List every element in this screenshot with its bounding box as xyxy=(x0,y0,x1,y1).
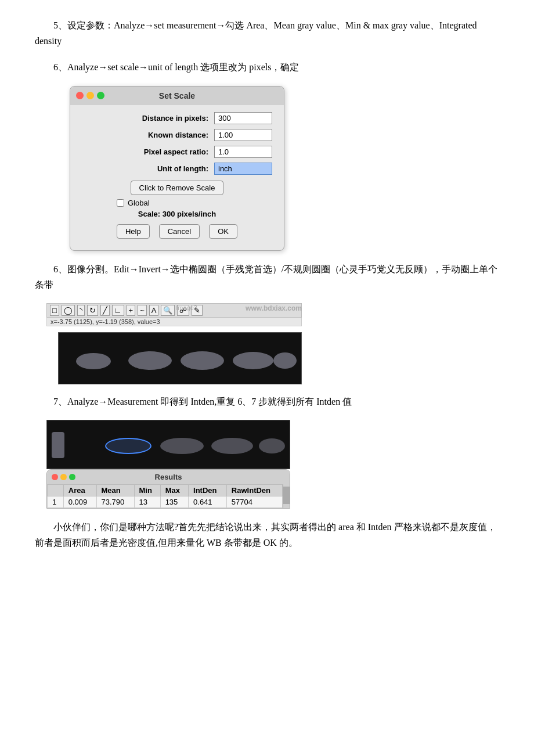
ok-button[interactable]: OK xyxy=(209,224,237,239)
results-close-icon[interactable] xyxy=(52,474,58,480)
distance-label: Distance in pixels: xyxy=(82,114,214,123)
table-cell: 57704 xyxy=(226,496,282,508)
line-tool-icon[interactable]: ╱ xyxy=(100,305,110,316)
results-panel: Results Area Mean Min Max IntDen RawIntD… xyxy=(46,469,290,509)
freehand-tool-icon[interactable]: ↻ xyxy=(87,305,98,316)
gel-band-1 xyxy=(76,353,111,369)
aspect-input[interactable] xyxy=(214,146,272,158)
global-checkbox[interactable] xyxy=(117,199,124,207)
known-distance-row: Known distance: xyxy=(82,129,272,141)
dialog-bottom-buttons: Help Cancel OK xyxy=(82,224,272,239)
col-num xyxy=(48,485,64,496)
unit-label: Unit of length: xyxy=(82,164,214,173)
dialog-window-controls xyxy=(76,92,104,99)
table-cell: 73.790 xyxy=(96,496,134,508)
close-icon[interactable] xyxy=(76,92,84,99)
global-row: Global xyxy=(117,199,272,207)
col-area: Area xyxy=(63,485,96,496)
set-scale-dialog: Set Scale Distance in pixels: Known dist… xyxy=(70,86,284,251)
table-cell: 1 xyxy=(48,496,64,508)
known-distance-input[interactable] xyxy=(214,129,272,141)
help-button[interactable]: Help xyxy=(117,224,150,239)
results-minimize-icon[interactable] xyxy=(60,474,67,480)
distance-row: Distance in pixels: xyxy=(82,112,272,124)
unit-row: Unit of length: xyxy=(82,163,272,175)
maximize-icon[interactable] xyxy=(97,92,104,99)
ellipse-tool-icon[interactable]: ◯ xyxy=(62,305,75,316)
col-intden: IntDen xyxy=(189,485,227,496)
angle-tool-icon[interactable]: ∟ xyxy=(112,305,124,316)
aspect-row: Pixel aspect ratio: xyxy=(82,146,272,158)
extra-tool-icon[interactable]: ✎ xyxy=(192,305,203,316)
point-tool-icon[interactable]: + xyxy=(127,305,136,316)
remove-scale-button[interactable]: Click to Remove Scale xyxy=(131,181,224,195)
table-cell: 13 xyxy=(134,496,160,508)
minimize-icon[interactable] xyxy=(86,92,94,99)
dialog-titlebar: Set Scale xyxy=(70,87,284,105)
step6a-text: 6、Analyze→set scale→unit of length 选项里改为… xyxy=(35,59,499,75)
col-mean: Mean xyxy=(96,485,134,496)
table-row: 10.00973.790131350.64157704 xyxy=(48,496,283,508)
dialog-body: Distance in pixels: Known distance: Pixe… xyxy=(70,105,284,243)
step5-text: 5、设定参数：Analyze→set measurement→勾选 Area、M… xyxy=(35,17,499,49)
results-maximize-icon[interactable] xyxy=(69,474,75,480)
dialog-title: Set Scale xyxy=(159,91,195,100)
gel-side-band xyxy=(52,432,64,458)
known-label: Known distance: xyxy=(82,131,214,139)
text-tool-icon[interactable]: A xyxy=(149,305,159,316)
dialog-container: Set Scale Distance in pixels: Known dist… xyxy=(70,86,499,251)
col-max: Max xyxy=(160,485,188,496)
magnify-tool-icon[interactable]: ☍ xyxy=(177,305,189,316)
toolbar-wrapper: www.bdxiax.com Image3 □ ◯ ◝ ↻ ╱ ∟ + ~ A … xyxy=(46,303,302,326)
col-min: Min xyxy=(134,485,160,496)
gel-selected-band xyxy=(105,438,151,454)
unit-input[interactable] xyxy=(214,163,272,175)
results-window-controls xyxy=(52,474,75,480)
results-header-row: Area Mean Min Max IntDen RawIntDen xyxy=(48,485,283,496)
gel-band-5 xyxy=(273,352,297,369)
scale-info: Scale: 300 pixels/inch xyxy=(82,210,272,218)
remove-scale-row: Click to Remove Scale xyxy=(82,181,272,195)
coord-bar: x=-3.75 (1125), y=-1.19 (358), value=3 xyxy=(46,318,302,326)
polygon-tool-icon[interactable]: ◝ xyxy=(77,305,85,316)
step7-text: 7、Analyze→Measurement 即得到 Intden,重复 6、7 … xyxy=(35,394,499,409)
global-label: Global xyxy=(128,199,150,207)
gel-band-4 xyxy=(233,352,273,369)
results-titlebar: Results xyxy=(47,470,290,484)
distance-input[interactable] xyxy=(214,112,272,124)
results-title: Results xyxy=(155,473,182,481)
results-table: Area Mean Min Max IntDen RawIntDen 10.00… xyxy=(47,484,283,508)
gel-band-2b xyxy=(160,438,204,454)
cancel-button[interactable]: Cancel xyxy=(159,224,200,239)
toolbar-row: □ ◯ ◝ ↻ ╱ ∟ + ~ A 🔍 ☍ ✎ xyxy=(46,303,302,318)
conclusion-text: 小伙伴们，你们是哪种方法呢?首先先把结论说出来，其实两者得出的 area 和 I… xyxy=(35,519,499,550)
toolbar-container: www.bdxiax.com Image3 □ ◯ ◝ ↻ ╱ ∟ + ~ A … xyxy=(46,303,499,326)
step6b-text: 6、图像分割。Edit→Invert→选中椭圆圈（手残党首选）/不规则圆圈（心灵… xyxy=(35,261,499,293)
gel-band-2 xyxy=(128,351,172,370)
wand-tool-icon[interactable]: ~ xyxy=(138,305,147,316)
results-scroll-container: Area Mean Min Max IntDen RawIntDen 10.00… xyxy=(47,484,290,508)
measurement-container: Results Area Mean Min Max IntDen RawIntD… xyxy=(46,420,499,509)
aspect-label: Pixel aspect ratio: xyxy=(82,147,214,156)
gel-image-1 xyxy=(58,332,302,384)
results-scrollbar[interactable] xyxy=(283,484,290,508)
table-cell: 0.009 xyxy=(63,496,96,508)
table-cell: 0.641 xyxy=(189,496,227,508)
gel-band-4b xyxy=(259,438,285,453)
scrollbar-thumb[interactable] xyxy=(283,487,290,504)
gel-band-3b xyxy=(211,438,253,454)
zoom-tool-icon[interactable]: 🔍 xyxy=(161,305,175,316)
gel-image-2 xyxy=(46,420,290,469)
gel-image-1-container xyxy=(46,332,499,384)
rect-tool-icon[interactable]: □ xyxy=(50,305,59,316)
table-cell: 135 xyxy=(160,496,188,508)
col-rawintden: RawIntDen xyxy=(226,485,282,496)
gel-band-3 xyxy=(181,351,224,370)
